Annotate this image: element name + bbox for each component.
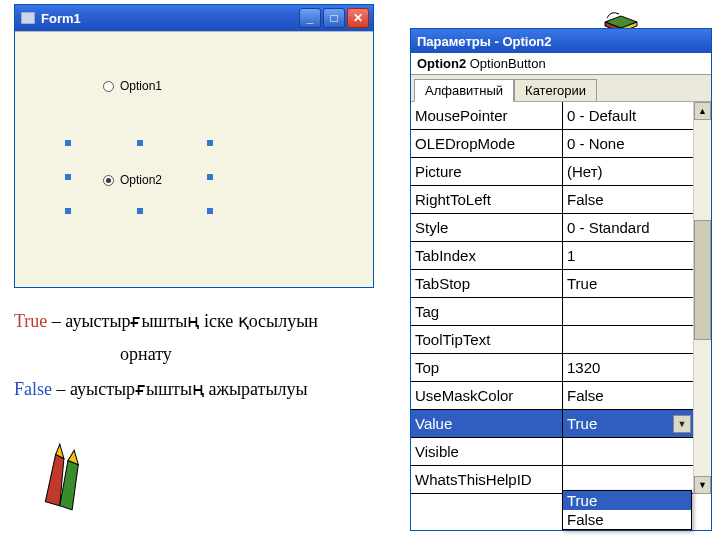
radio-icon <box>103 81 114 92</box>
scroll-thumb[interactable] <box>694 220 711 340</box>
property-value[interactable]: 0 - Default <box>563 102 693 129</box>
property-row[interactable]: Style0 - Standard <box>411 214 693 242</box>
true-rest: – ауыстырғыштың іске қосылуын <box>47 311 318 331</box>
property-row[interactable]: UseMaskColorFalse <box>411 382 693 410</box>
property-value[interactable]: False <box>563 186 693 213</box>
property-value[interactable]: True <box>563 270 693 297</box>
property-name: Tag <box>411 298 563 325</box>
radio-checked-icon <box>103 175 114 186</box>
caption-line3: False – ауыстырғыштың ажыратылуы <box>14 378 308 400</box>
property-row[interactable]: OLEDropMode0 - None <box>411 130 693 158</box>
properties-tabs: Алфавитный Категории <box>411 75 711 102</box>
property-name: TabStop <box>411 270 563 297</box>
close-button[interactable]: ✕ <box>347 8 369 28</box>
property-name: TabIndex <box>411 242 563 269</box>
property-name: Value <box>411 410 563 437</box>
property-row[interactable]: TabStopTrue <box>411 270 693 298</box>
property-row[interactable]: RightToLeftFalse <box>411 186 693 214</box>
property-name: Top <box>411 354 563 381</box>
true-word: True <box>14 311 47 331</box>
scroll-down-button[interactable]: ▼ <box>694 476 711 494</box>
properties-title[interactable]: Параметры - Option2 <box>411 29 711 53</box>
property-value[interactable] <box>563 438 693 465</box>
property-value[interactable]: False <box>563 382 693 409</box>
properties-grid[interactable]: MousePointer0 - DefaultOLEDropMode0 - No… <box>411 102 693 494</box>
option1-label: Option1 <box>120 79 162 93</box>
value-dropdown[interactable]: True False <box>562 490 692 530</box>
property-value[interactable] <box>563 298 693 325</box>
maximize-button[interactable]: □ <box>323 8 345 28</box>
property-row[interactable]: Tag <box>411 298 693 326</box>
property-name: WhatsThisHelpID <box>411 466 563 493</box>
property-value[interactable]: True▼ <box>563 410 693 437</box>
option2-label: Option2 <box>120 173 162 187</box>
property-value[interactable] <box>563 326 693 353</box>
properties-window: Параметры - Option2 Option2 OptionButton… <box>410 28 712 531</box>
false-word: False <box>14 379 52 399</box>
property-value[interactable]: 1 <box>563 242 693 269</box>
tab-alphabetical[interactable]: Алфавитный <box>414 79 514 102</box>
crayons-doodle-icon <box>36 442 100 514</box>
form-icon <box>21 12 35 24</box>
form1-designer-surface[interactable]: Option1 Option2 <box>15 31 373 287</box>
property-name: Visible <box>411 438 563 465</box>
false-rest: – ауыстырғыштың ажыратылуы <box>52 379 308 399</box>
property-name: MousePointer <box>411 102 563 129</box>
property-name: UseMaskColor <box>411 382 563 409</box>
dropdown-arrow-icon[interactable]: ▼ <box>673 415 691 433</box>
property-row[interactable]: Top1320 <box>411 354 693 382</box>
properties-scrollbar[interactable]: ▲ ▼ <box>693 102 711 494</box>
property-value[interactable] <box>563 466 693 493</box>
caption-line2: орнату <box>120 344 172 365</box>
caption-line1: True – ауыстырғыштың іске қосылуын <box>14 310 318 332</box>
option1-radio[interactable]: Option1 <box>101 78 164 94</box>
scroll-up-button[interactable]: ▲ <box>694 102 711 120</box>
property-row[interactable]: Picture(Нет) <box>411 158 693 186</box>
properties-object-selector[interactable]: Option2 OptionButton <box>411 53 711 75</box>
option2-radio[interactable]: Option2 <box>101 172 164 188</box>
property-row[interactable]: MousePointer0 - Default <box>411 102 693 130</box>
property-name: Picture <box>411 158 563 185</box>
property-name: Style <box>411 214 563 241</box>
property-name: RightToLeft <box>411 186 563 213</box>
minimize-button[interactable]: _ <box>299 8 321 28</box>
form1-titlebar[interactable]: Form1 _ □ ✕ <box>15 5 373 31</box>
property-row[interactable]: TabIndex1 <box>411 242 693 270</box>
property-value[interactable]: 0 - None <box>563 130 693 157</box>
form1-window: Form1 _ □ ✕ Option1 Option2 <box>14 4 374 288</box>
property-row[interactable]: ToolTipText <box>411 326 693 354</box>
tab-categories[interactable]: Категории <box>514 79 597 102</box>
form1-title: Form1 <box>41 11 299 26</box>
dropdown-option-false[interactable]: False <box>563 510 691 529</box>
property-row[interactable]: ValueTrue▼ <box>411 410 693 438</box>
property-name: ToolTipText <box>411 326 563 353</box>
property-value[interactable]: 1320 <box>563 354 693 381</box>
property-value[interactable]: 0 - Standard <box>563 214 693 241</box>
property-value[interactable]: (Нет) <box>563 158 693 185</box>
property-name: OLEDropMode <box>411 130 563 157</box>
dropdown-option-true[interactable]: True <box>563 491 691 510</box>
property-row[interactable]: Visible <box>411 438 693 466</box>
